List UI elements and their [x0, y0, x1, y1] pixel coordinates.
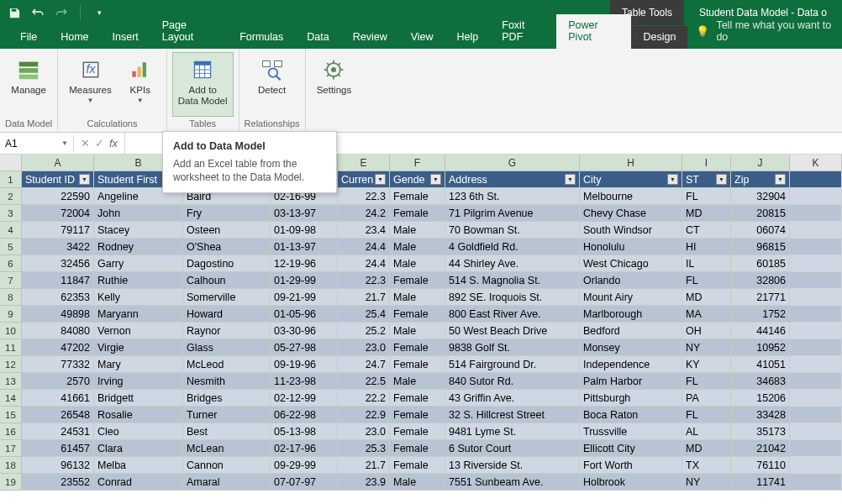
cell[interactable]	[790, 222, 842, 239]
cell[interactable]: McLeod	[183, 356, 271, 373]
cell[interactable]: 35173	[731, 423, 790, 440]
cell[interactable]: 62353	[22, 289, 94, 306]
cell[interactable]: 49898	[22, 306, 94, 323]
filter-dropdown-icon[interactable]: ▼	[79, 174, 90, 185]
column-header[interactable]: A	[22, 155, 94, 171]
cell[interactable]: 24.4	[338, 239, 390, 255]
cell[interactable]: Male	[390, 373, 445, 390]
detect-button[interactable]: Detect	[251, 52, 293, 117]
cell[interactable]: 44 Shirley Ave.	[445, 255, 580, 272]
cell[interactable]: 23.0	[338, 423, 390, 440]
row-header[interactable]: 9	[0, 306, 22, 323]
cell[interactable]	[790, 474, 842, 491]
cell[interactable]: 01-09-98	[271, 222, 338, 239]
cell[interactable]: 20815	[731, 205, 790, 222]
cell[interactable]: Female	[390, 272, 445, 289]
row-header[interactable]: 5	[0, 239, 22, 255]
row-header[interactable]: 3	[0, 205, 22, 222]
tab-design[interactable]: Design	[631, 26, 687, 49]
cell[interactable]: 24.4	[338, 255, 390, 272]
cell[interactable]: Female	[390, 188, 445, 205]
cell[interactable]: 10952	[731, 339, 790, 356]
cell[interactable]: 25.2	[338, 323, 390, 339]
cell[interactable]: 23552	[22, 474, 94, 491]
cell[interactable]: Osteen	[183, 222, 271, 239]
cell[interactable]: 61457	[22, 440, 94, 457]
cell[interactable]: Nesmith	[183, 373, 271, 390]
cell[interactable]: Male	[390, 474, 445, 491]
cell[interactable]: Female	[390, 306, 445, 323]
cell[interactable]: McLean	[183, 440, 271, 457]
cell[interactable]	[790, 255, 842, 272]
cell[interactable]: 4 Goldfield Rd.	[445, 239, 580, 255]
cell[interactable]: Pittsburgh	[580, 390, 682, 407]
cell[interactable]: 06074	[731, 222, 790, 239]
cell[interactable]: Marlborough	[580, 306, 682, 323]
cell[interactable]: 25.3	[338, 440, 390, 457]
cell[interactable]	[790, 457, 842, 474]
cell[interactable]: 96815	[731, 239, 790, 255]
cell[interactable]: Male	[390, 239, 445, 255]
cell[interactable]: PA	[682, 390, 731, 407]
kpis-button[interactable]: KPIs ▼	[119, 52, 161, 117]
row-header[interactable]: 10	[0, 323, 22, 339]
cell[interactable]: 11847	[22, 272, 94, 289]
cell[interactable]: 09-29-99	[271, 457, 338, 474]
cell[interactable]: 03-13-97	[271, 205, 338, 222]
column-header[interactable]: F	[390, 155, 445, 171]
cell[interactable]	[790, 373, 842, 390]
row-header[interactable]: 8	[0, 289, 22, 306]
add-to-data-model-button[interactable]: Add toData Model	[172, 52, 234, 117]
cell[interactable]: Honolulu	[580, 239, 682, 255]
cell[interactable]: Rosalie	[94, 407, 183, 423]
cell[interactable]: Stacey	[94, 222, 183, 239]
cell[interactable]: Irving	[94, 373, 183, 390]
cell[interactable]: Garry	[94, 255, 183, 272]
cell[interactable]: 01-13-97	[271, 239, 338, 255]
cell[interactable]: Vernon	[94, 323, 183, 339]
cell[interactable]: 1752	[731, 306, 790, 323]
enter-icon[interactable]: ✓	[95, 137, 104, 150]
cell[interactable]: Male	[390, 323, 445, 339]
manage-button[interactable]: Manage	[5, 52, 52, 117]
cell[interactable]: 71 Pilgrim Avenue	[445, 205, 580, 222]
cell[interactable]: 23.0	[338, 339, 390, 356]
cell[interactable]: 514 Fairground Dr.	[445, 356, 580, 373]
cell[interactable]: Calhoun	[183, 272, 271, 289]
tab-foxit-pdf[interactable]: Foxit PDF	[490, 14, 556, 49]
cell[interactable]: 514 S. Magnolia St.	[445, 272, 580, 289]
cell[interactable]	[790, 171, 842, 188]
cell[interactable]: Bridgett	[94, 390, 183, 407]
worksheet-grid[interactable]: A B C D E F G H I J K 1Student ID▼Studen…	[0, 155, 842, 491]
cell[interactable]: Howard	[183, 306, 271, 323]
row-header[interactable]: 17	[0, 440, 22, 457]
cell[interactable]: 09-19-96	[271, 356, 338, 373]
cell[interactable]: 76110	[731, 457, 790, 474]
cell[interactable]: Female	[390, 423, 445, 440]
cell[interactable]: MA	[682, 306, 731, 323]
cell[interactable]: 84080	[22, 323, 94, 339]
cell[interactable]: 840 Sutor Rd.	[445, 373, 580, 390]
cell[interactable]: NY	[682, 339, 731, 356]
cell[interactable]: Female	[390, 440, 445, 457]
row-header[interactable]: 7	[0, 272, 22, 289]
row-header[interactable]: 4	[0, 222, 22, 239]
cell[interactable]: 24531	[22, 423, 94, 440]
cell[interactable]: 800 East River Ave.	[445, 306, 580, 323]
table-header-cell[interactable]: Gende▼	[390, 171, 445, 188]
filter-dropdown-icon[interactable]: ▼	[716, 174, 727, 185]
cell[interactable]: Cleo	[94, 423, 183, 440]
cell[interactable]: Melba	[94, 457, 183, 474]
cell[interactable]: Female	[390, 205, 445, 222]
table-header-cell[interactable]: Zip▼	[731, 171, 790, 188]
row-header[interactable]: 16	[0, 423, 22, 440]
cell[interactable]	[790, 407, 842, 423]
tab-home[interactable]: Home	[49, 26, 100, 49]
row-header[interactable]: 19	[0, 474, 22, 491]
cell[interactable]: Kelly	[94, 289, 183, 306]
cell[interactable]: Female	[390, 390, 445, 407]
cell[interactable]: 21042	[731, 440, 790, 457]
cell[interactable]: 24.2	[338, 205, 390, 222]
cell[interactable]: 03-30-96	[271, 323, 338, 339]
cell[interactable]	[790, 440, 842, 457]
